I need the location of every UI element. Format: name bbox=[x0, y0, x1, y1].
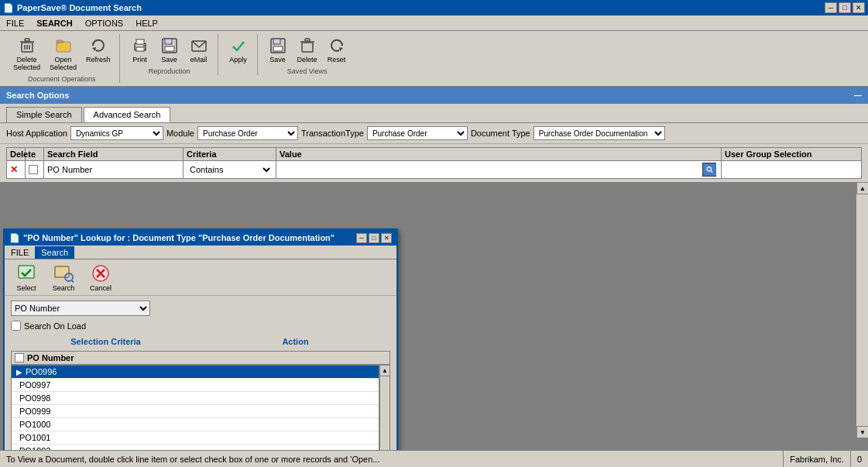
modal-icon: 📄 bbox=[9, 233, 20, 243]
delete-view-button[interactable]: Delete bbox=[293, 34, 321, 66]
delete-selected-label: DeleteSelected bbox=[13, 56, 40, 71]
menu-bar: FILE SEARCH OPTIONS HELP bbox=[0, 15, 868, 31]
refresh-button[interactable]: Refresh bbox=[82, 34, 115, 74]
status-code-value: 0 bbox=[857, 455, 862, 464]
col-header-check bbox=[26, 148, 44, 160]
document-type-select[interactable]: Purchase Order Documentation bbox=[533, 126, 665, 140]
right-scrollbar[interactable]: ▲ ▼ bbox=[856, 182, 868, 438]
module-select[interactable]: Purchase Order bbox=[197, 126, 298, 140]
save-label: Save bbox=[161, 56, 177, 64]
print-button[interactable]: Print bbox=[126, 34, 154, 66]
save-view-label: Save bbox=[269, 56, 286, 64]
modal-maximize-button[interactable]: □ bbox=[369, 233, 379, 243]
host-application-select[interactable]: Dynamics GP bbox=[70, 126, 163, 140]
transaction-type-select[interactable]: Purchase Order bbox=[367, 126, 468, 140]
modal-minimize-button[interactable]: ─ bbox=[356, 233, 367, 243]
list-item[interactable]: PO0998 bbox=[12, 392, 379, 405]
menu-help[interactable]: HELP bbox=[129, 15, 164, 30]
modal-toolbar: Select Search bbox=[5, 259, 396, 296]
svg-rect-15 bbox=[165, 46, 174, 51]
modal-close-button[interactable]: ✕ bbox=[381, 233, 392, 243]
col-header-value: Value bbox=[276, 148, 722, 160]
criteria-cell[interactable]: Contains bbox=[184, 161, 276, 178]
search-options-title: Search Options bbox=[6, 91, 69, 100]
open-icon bbox=[54, 36, 73, 55]
close-button[interactable]: ✕ bbox=[853, 2, 865, 13]
scroll-down-arrow[interactable]: ▼ bbox=[856, 426, 868, 438]
refresh-label: Refresh bbox=[86, 56, 111, 64]
modal-menu-search[interactable]: Search bbox=[35, 246, 74, 259]
list-item[interactable]: PO0999 bbox=[12, 405, 379, 418]
list-item[interactable]: ▶ PO0996 bbox=[12, 366, 379, 379]
value-search-button[interactable] bbox=[702, 163, 716, 177]
toolbar-group-saved-views: Save Delete Reset Saved Views bbox=[259, 34, 355, 75]
col-header-checkbox[interactable] bbox=[15, 353, 24, 362]
email-button[interactable]: eMail bbox=[185, 34, 213, 66]
value-input[interactable] bbox=[280, 163, 702, 176]
delete-selected-button[interactable]: DeleteSelected bbox=[9, 34, 44, 74]
open-selected-button[interactable]: OpenSelected bbox=[46, 34, 81, 74]
toolbar-group-reproduction: Print Save eMail Reproduction bbox=[122, 34, 218, 75]
action-label: Action bbox=[201, 335, 390, 348]
modal-cancel-button[interactable]: Cancel bbox=[85, 263, 116, 292]
modal-menu-file[interactable]: FILE bbox=[5, 246, 35, 259]
company-name: Fabrikam, Inc. bbox=[790, 455, 844, 464]
modal-title-bar: 📄 "PO Number" Lookup for : Document Type… bbox=[5, 230, 396, 246]
toolbar-reproduction-buttons: Print Save eMail bbox=[126, 34, 213, 66]
modal-col-header: PO Number bbox=[11, 351, 390, 365]
list-item-value: PO1001 bbox=[19, 433, 50, 442]
search-field-row: ✕ PO Number Contains bbox=[6, 160, 862, 179]
delete-cell[interactable]: ✕ bbox=[7, 161, 26, 178]
menu-options[interactable]: OPTIONS bbox=[79, 15, 130, 30]
save-view-button[interactable]: Save bbox=[264, 34, 292, 66]
modal-search-icon bbox=[53, 263, 74, 284]
search-on-load-checkbox[interactable] bbox=[11, 321, 21, 331]
list-item[interactable]: PO1000 bbox=[12, 418, 379, 431]
menu-file[interactable]: FILE bbox=[0, 15, 30, 30]
list-scroll-up[interactable]: ▲ bbox=[380, 366, 389, 376]
tab-simple-search[interactable]: Simple Search bbox=[6, 107, 82, 122]
reset-button[interactable]: Reset bbox=[323, 34, 351, 66]
save-view-icon bbox=[269, 36, 287, 55]
reset-label: Reset bbox=[328, 56, 346, 64]
svg-rect-26 bbox=[19, 266, 34, 278]
save-icon bbox=[160, 36, 179, 55]
maximize-button[interactable]: □ bbox=[839, 2, 851, 13]
row-checkbox[interactable] bbox=[29, 165, 38, 174]
check-cell bbox=[26, 161, 44, 178]
modal-field-select[interactable]: PO Number bbox=[11, 300, 150, 316]
apply-button[interactable]: Apply bbox=[225, 34, 252, 66]
scroll-up-arrow[interactable]: ▲ bbox=[856, 182, 868, 194]
email-label: eMail bbox=[190, 56, 208, 64]
search-fields-area: Delete Search Field Criteria Value User … bbox=[0, 144, 868, 182]
collapse-button[interactable]: ─ bbox=[854, 89, 862, 101]
toolbar-doc-buttons: DeleteSelected OpenSelected Refresh bbox=[9, 34, 115, 74]
modal-search-button[interactable]: Search bbox=[48, 263, 79, 292]
svg-rect-7 bbox=[57, 40, 63, 43]
svg-rect-20 bbox=[302, 43, 313, 52]
modal-menu: FILE Search bbox=[5, 246, 396, 259]
list-item[interactable]: PO0997 bbox=[12, 379, 379, 392]
list-item[interactable]: PO1001 bbox=[12, 431, 379, 445]
minimize-button[interactable]: ─ bbox=[825, 2, 837, 13]
menu-search[interactable]: SEARCH bbox=[30, 15, 78, 30]
delete-x-icon[interactable]: ✕ bbox=[10, 164, 18, 175]
save-button[interactable]: Save bbox=[156, 34, 184, 66]
col-header-field: Search Field bbox=[44, 148, 184, 160]
tab-advanced-search[interactable]: Advanced Search bbox=[84, 107, 171, 122]
svg-marker-23 bbox=[339, 47, 343, 51]
transaction-type-label: TransactionType bbox=[301, 129, 364, 138]
host-label: Host Application bbox=[6, 129, 67, 138]
reset-icon bbox=[328, 36, 346, 55]
toolbar-apply-buttons: Apply bbox=[225, 34, 252, 66]
criteria-select[interactable]: Contains bbox=[187, 163, 273, 176]
modal-cancel-icon bbox=[90, 263, 112, 284]
svg-rect-11 bbox=[136, 47, 144, 51]
row-arrow-icon: ▶ bbox=[16, 368, 22, 376]
modal-cancel-label: Cancel bbox=[90, 284, 112, 292]
modal-select-button[interactable]: Select bbox=[11, 263, 42, 292]
document-type-label: Document Type bbox=[471, 129, 530, 138]
modal-section-labels: Selection Criteria Action bbox=[11, 335, 390, 348]
email-icon bbox=[190, 36, 208, 55]
search-options-bar: Search Options ─ bbox=[0, 87, 868, 104]
